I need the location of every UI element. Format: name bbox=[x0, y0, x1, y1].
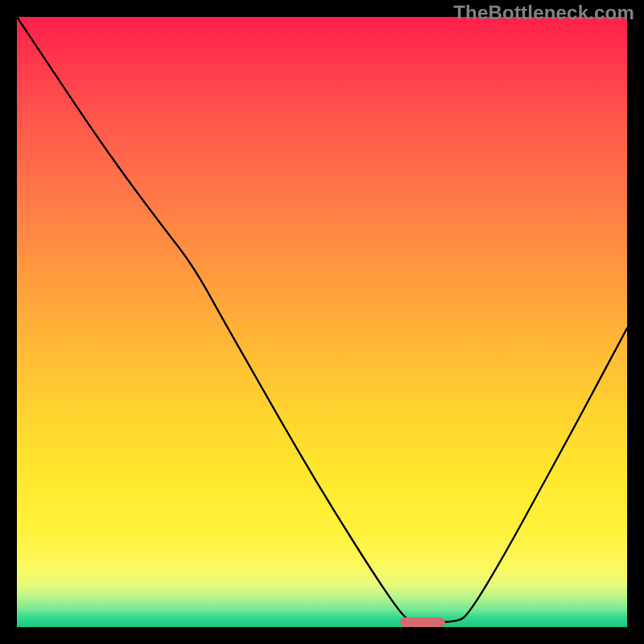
curve-path bbox=[17, 17, 627, 622]
chart-frame: TheBottleneck.com bbox=[0, 0, 644, 644]
plot-area bbox=[17, 17, 627, 627]
watermark-label: TheBottleneck.com bbox=[453, 2, 634, 24]
bottleneck-curve bbox=[17, 17, 627, 627]
optimum-marker bbox=[400, 617, 446, 627]
